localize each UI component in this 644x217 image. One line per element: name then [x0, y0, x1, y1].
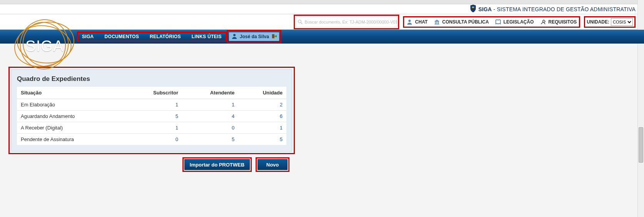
chat-link[interactable]: CHAT	[406, 19, 427, 25]
highlight-util-links: CHAT CONSULTA PÚBLICA LEGISLAÇÃO REQUISI…	[403, 16, 580, 28]
building-icon	[434, 19, 440, 25]
col-unidade: Unidade	[238, 87, 286, 99]
action-row: Importar do PROTWEB Novo	[8, 157, 289, 172]
cell-subscritor[interactable]: 1	[176, 125, 178, 131]
svg-rect-6	[438, 22, 439, 24]
panel-title: Quadro de Expedientes	[17, 75, 286, 83]
nav-links-uteis[interactable]: LINKS ÚTEIS	[192, 34, 222, 39]
cell-atendente[interactable]: 0	[232, 125, 234, 131]
importar-button[interactable]: Importar do PROTWEB	[184, 159, 250, 170]
app-title-bold: SIGA	[478, 6, 492, 12]
book-icon	[495, 19, 501, 25]
search-field[interactable]	[296, 17, 397, 27]
highlight-user: José da Silva	[227, 30, 281, 43]
highlight-nav: SIGA DOCUMENTOS RELATÓRIOS LINKS ÚTEIS	[77, 32, 227, 42]
highlight-novo: Novo	[256, 157, 289, 172]
table-header-row: Situação Subscritor Atendente Unidade	[17, 87, 286, 99]
unidade-select[interactable]: COSIS	[611, 18, 633, 26]
person-icon	[406, 19, 413, 25]
logout-icon	[271, 34, 277, 40]
cell-situacao: Pendente de Assinatura	[17, 134, 125, 145]
nav-documentos[interactable]: DOCUMENTOS	[105, 34, 139, 39]
svg-point-3	[408, 20, 411, 22]
expedientes-table: Situação Subscritor Atendente Unidade Em…	[17, 87, 286, 145]
novo-button[interactable]: Novo	[258, 159, 288, 170]
cell-atendente[interactable]: 1	[232, 102, 234, 108]
highlight-unidade: UNIDADE: COSIS	[584, 16, 636, 28]
requisitos-label: REQUISITOS	[549, 19, 577, 25]
content: Quadro de Expedientes Situação Subscrito…	[0, 44, 644, 176]
table-row: Em Elaboração 1 1 2	[17, 99, 286, 111]
chat-label: CHAT	[415, 19, 427, 25]
expedientes-panel: Quadro de Expedientes Situação Subscrito…	[11, 69, 292, 151]
highlight-panel: Quadro de Expedientes Situação Subscrito…	[8, 67, 295, 154]
cell-subscritor[interactable]: 0	[176, 136, 178, 142]
nav-siga[interactable]: SIGA	[82, 34, 94, 39]
svg-rect-4	[435, 22, 436, 24]
search-input[interactable]	[304, 18, 397, 26]
svg-point-1	[298, 20, 301, 23]
legislacao-label: LEGISLAÇÃO	[503, 19, 534, 25]
svg-rect-9	[272, 34, 274, 38]
logo-text: SIGA	[25, 37, 64, 55]
unidade-label: UNIDADE:	[587, 19, 609, 25]
avatar-icon	[231, 33, 238, 40]
col-situacao: Situação	[17, 87, 125, 99]
table-row: A Receber (Digital) 1 0 1	[17, 122, 286, 134]
shield-icon	[470, 5, 476, 14]
cell-subscritor[interactable]: 1	[176, 102, 178, 108]
user-badge[interactable]: José da Silva	[229, 32, 279, 41]
svg-rect-5	[437, 22, 437, 24]
highlight-search	[294, 15, 399, 29]
cell-unidade[interactable]: 6	[280, 113, 283, 119]
svg-point-8	[233, 34, 236, 36]
logo: SIGA	[12, 17, 77, 71]
consulta-publica-link[interactable]: CONSULTA PÚBLICA	[434, 19, 489, 25]
browser-chrome-top	[0, 0, 644, 4]
consulta-label: CONSULTA PÚBLICA	[442, 19, 489, 25]
top-title-band: SIGA - SISTEMA INTEGRADO DE GESTÃO ADMIN…	[0, 4, 644, 14]
search-icon	[296, 20, 304, 24]
cell-subscritor[interactable]: 5	[176, 113, 178, 119]
cell-atendente[interactable]: 4	[232, 113, 234, 119]
user-name: José da Silva	[240, 34, 269, 39]
legislacao-link[interactable]: LEGISLAÇÃO	[495, 19, 534, 25]
svg-line-2	[301, 22, 303, 24]
cell-atendente[interactable]: 5	[232, 136, 234, 142]
nav-relatorios[interactable]: RELATÓRIOS	[150, 34, 181, 39]
cell-situacao: Em Elaboração	[17, 99, 125, 111]
cell-situacao: Aguardando Andamento	[17, 111, 125, 122]
table-row: Aguardando Andamento 5 4 6	[17, 111, 286, 122]
table-row: Pendente de Assinatura 0 5 5	[17, 134, 286, 145]
toolbar: CHAT CONSULTA PÚBLICA LEGISLAÇÃO REQUISI…	[0, 14, 644, 30]
tools-icon	[540, 19, 546, 25]
svg-rect-0	[472, 7, 474, 8]
highlight-importar: Importar do PROTWEB	[182, 157, 252, 172]
nav-band: SIGA DOCUMENTOS RELATÓRIOS LINKS ÚTEIS J…	[0, 30, 644, 44]
svg-rect-7	[435, 24, 439, 25]
cell-situacao: A Receber (Digital)	[17, 122, 125, 134]
requisitos-link[interactable]: REQUISITOS	[540, 19, 577, 25]
cell-unidade[interactable]: 5	[280, 136, 283, 142]
cell-unidade[interactable]: 2	[280, 102, 283, 108]
col-subscritor: Subscritor	[125, 87, 182, 99]
col-atendente: Atendente	[182, 87, 238, 99]
app-title-rest: - SISTEMA INTEGRADO DE GESTÃO ADMINISTRA…	[492, 6, 636, 12]
cell-unidade[interactable]: 1	[280, 125, 283, 131]
